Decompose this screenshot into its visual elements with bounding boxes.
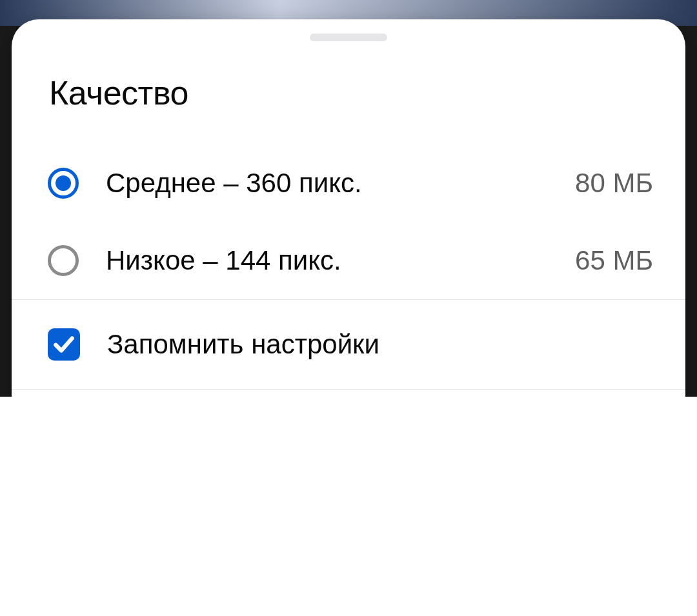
option-label: Среднее – 360 пикс.	[106, 168, 575, 199]
remember-settings-row[interactable]: Запомнить настройки	[12, 300, 685, 389]
remember-label: Запомнить настройки	[107, 329, 379, 360]
download-button[interactable]: Скачать	[357, 405, 660, 470]
progress-sliver	[0, 513, 12, 521]
radio-selected-icon	[48, 168, 79, 199]
action-buttons: Отмена Скачать	[12, 390, 685, 476]
quality-option-medium[interactable]: Среднее – 360 пикс. 80 МБ	[43, 144, 660, 222]
quality-bottom-sheet: Качество Среднее – 360 пикс. 80 МБ Низко…	[12, 19, 685, 600]
option-size: 80 МБ	[575, 168, 653, 199]
quality-options-list: Среднее – 360 пикс. 80 МБ Низкое – 144 п…	[12, 119, 685, 299]
drag-handle-icon[interactable]	[310, 34, 387, 41]
modal-backdrop: Качество Среднее – 360 пикс. 80 МБ Низко…	[0, 0, 697, 616]
option-label: Низкое – 144 пикс.	[106, 245, 575, 276]
sheet-title: Качество	[12, 41, 685, 119]
quality-option-low[interactable]: Низкое – 144 пикс. 65 МБ	[43, 222, 660, 299]
radio-unselected-icon	[48, 245, 79, 276]
checkbox-checked-icon	[48, 328, 80, 361]
option-size: 65 МБ	[575, 245, 653, 276]
cancel-button[interactable]: Отмена	[37, 405, 340, 470]
